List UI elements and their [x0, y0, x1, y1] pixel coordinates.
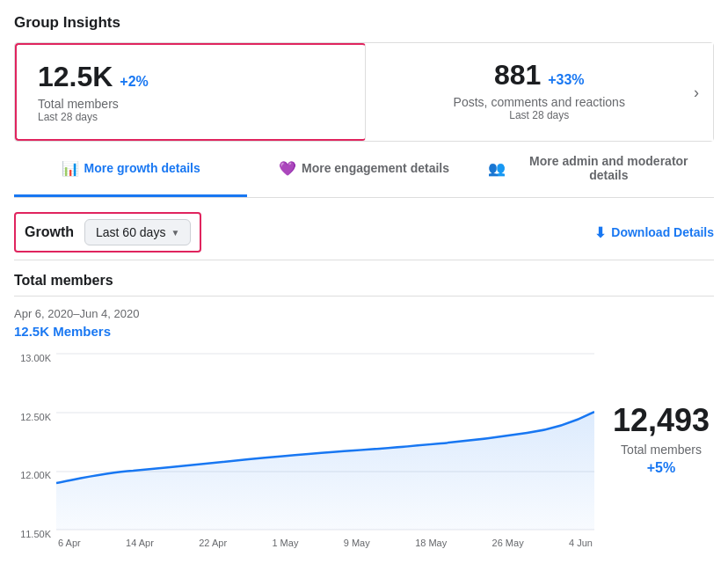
x-label-4: 9 May	[344, 538, 370, 548]
posts-change: +33%	[548, 72, 584, 87]
page-wrapper: Group Insights 12.5K +2% Total members L…	[0, 0, 728, 571]
total-members-label: Total members	[38, 97, 344, 111]
y-axis-labels: 13.00K 12.50K 12.00K 11.50K	[14, 349, 56, 543]
y-label-3: 11.50K	[20, 529, 51, 539]
chart-side-stats: 12,493 Total members +5%	[608, 349, 714, 476]
download-details-button[interactable]: ⬇ Download Details	[594, 224, 714, 241]
more-stats-arrow[interactable]: ›	[694, 83, 699, 101]
admin-tab-icon: 👥	[488, 160, 506, 177]
x-label-3: 1 May	[272, 538, 298, 548]
chart-members-count: 12.5K Members	[14, 324, 714, 339]
tab-growth[interactable]: 📊 More growth details	[14, 142, 247, 197]
x-label-5: 18 May	[415, 538, 447, 548]
time-period-dropdown[interactable]: Last 60 days ▼	[84, 219, 191, 245]
stats-row: 12.5K +2% Total members Last 28 days 881…	[14, 42, 714, 142]
tab-engagement[interactable]: 💜 More engagement details	[247, 142, 480, 197]
stat-number-row: 12.5K +2%	[38, 61, 344, 93]
y-label-1: 12.50K	[20, 412, 51, 422]
tab-engagement-label: More engagement details	[302, 161, 449, 175]
growth-section-label: Growth	[25, 224, 74, 240]
x-label-7: 4 Jun	[569, 538, 593, 548]
tabs-row: 📊 More growth details 💜 More engagement …	[14, 142, 714, 198]
posts-value: 881	[494, 59, 541, 91]
posts-number-row: 881 +33%	[387, 59, 693, 92]
chart-side-label: Total members	[608, 443, 714, 457]
page-title: Group Insights	[14, 14, 714, 32]
chart-side-change: +5%	[608, 460, 714, 476]
x-label-0: 6 Apr	[58, 538, 81, 548]
posts-period: Last 28 days	[387, 109, 693, 121]
chart-svg-container: 6 Apr 14 Apr 22 Apr 1 May 9 May 18 May 2…	[56, 349, 594, 543]
download-icon: ⬇	[594, 224, 606, 241]
total-members-change: +2%	[120, 74, 148, 89]
chart-date-range: Apr 6, 2020–Jun 4, 2020	[14, 307, 714, 320]
growth-filter-container: Growth Last 60 days ▼	[14, 212, 201, 253]
total-members-period: Last 28 days	[38, 111, 344, 123]
chart-area: 13.00K 12.50K 12.00K 11.50K	[14, 349, 714, 560]
dropdown-selected-value: Last 60 days	[96, 225, 165, 239]
dropdown-arrow-icon: ▼	[171, 228, 179, 238]
x-label-2: 22 Apr	[199, 538, 227, 548]
growth-tab-icon: 📊	[62, 160, 79, 177]
x-axis-labels: 6 Apr 14 Apr 22 Apr 1 May 9 May 18 May 2…	[56, 538, 594, 548]
tab-growth-label: More growth details	[84, 161, 200, 175]
download-label: Download Details	[611, 225, 714, 239]
growth-filter-row: Growth Last 60 days ▼ ⬇ Download Details	[14, 198, 714, 260]
chart-svg	[56, 349, 594, 534]
chart-side-total: 12,493	[608, 402, 714, 439]
chart-container: 13.00K 12.50K 12.00K 11.50K	[14, 349, 594, 560]
total-members-value: 12.5K	[38, 61, 113, 92]
posts-label: Posts, comments and reactions	[387, 95, 693, 109]
x-label-1: 14 Apr	[126, 538, 154, 548]
x-label-6: 26 May	[492, 538, 524, 548]
total-members-card[interactable]: 12.5K +2% Total members Last 28 days	[15, 43, 366, 141]
tab-admin[interactable]: 👥 More admin and moderator details	[481, 142, 714, 197]
posts-reactions-card[interactable]: 881 +33% Posts, comments and reactions L…	[366, 43, 714, 141]
y-label-0: 13.00K	[20, 353, 51, 363]
total-members-section-title: Total members	[14, 260, 714, 296]
tab-admin-label: More admin and moderator details	[511, 154, 707, 182]
y-label-2: 12.00K	[20, 470, 51, 480]
engagement-tab-icon: 💜	[279, 160, 296, 177]
